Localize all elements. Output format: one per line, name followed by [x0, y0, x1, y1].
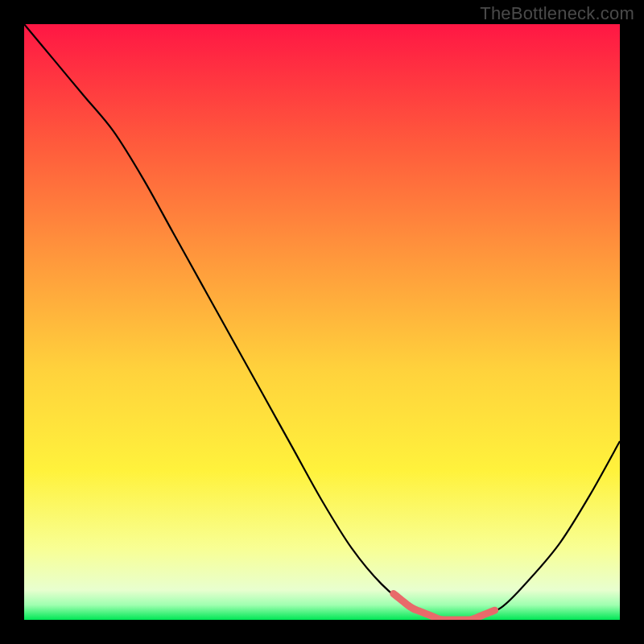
watermark-text: TheBottleneck.com: [480, 3, 634, 24]
chart-container: TheBottleneck.com: [0, 0, 644, 644]
plot-area: [24, 24, 620, 620]
chart-svg: [24, 24, 620, 620]
gradient-background: [24, 24, 620, 620]
